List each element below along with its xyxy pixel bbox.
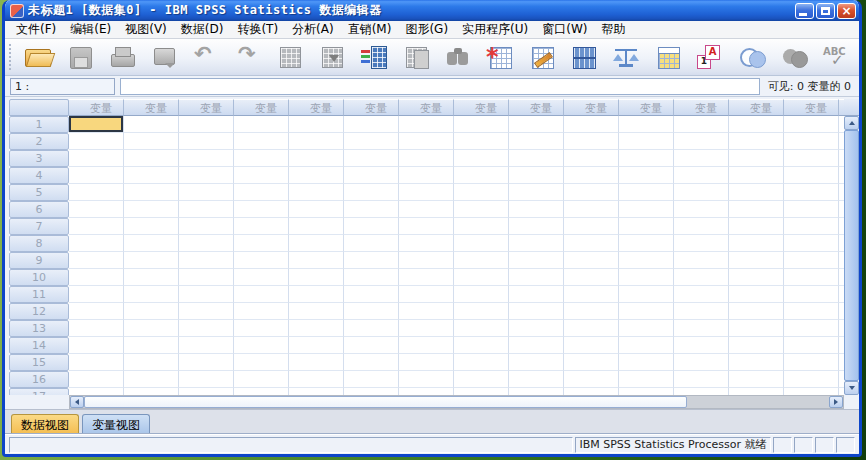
data-cell[interactable] [399,184,454,201]
data-cell[interactable] [509,337,564,354]
data-cell[interactable] [344,371,399,388]
data-cell[interactable] [619,269,674,286]
data-cell[interactable] [509,388,564,395]
column-header[interactable]: 变量 [234,99,289,116]
data-cell[interactable] [69,235,124,252]
data-cell[interactable] [674,388,729,395]
data-cell[interactable] [289,150,344,167]
horizontal-scroll-thumb[interactable] [84,396,687,408]
data-cell[interactable] [729,320,784,337]
data-cell[interactable] [234,269,289,286]
data-cell[interactable] [234,371,289,388]
data-cell[interactable] [179,286,234,303]
data-cell[interactable] [674,252,729,269]
data-cell[interactable] [179,150,234,167]
data-cell[interactable] [289,269,344,286]
data-cell[interactable] [509,286,564,303]
data-cell[interactable] [674,269,729,286]
data-cell[interactable] [234,218,289,235]
data-cell[interactable] [564,320,619,337]
data-cell[interactable] [509,150,564,167]
scroll-track[interactable] [687,396,829,408]
data-cell[interactable] [124,388,179,395]
data-cell[interactable] [69,252,124,269]
data-cell[interactable] [509,371,564,388]
data-cell[interactable] [509,116,564,133]
data-cell[interactable] [234,201,289,218]
data-cell[interactable] [619,184,674,201]
row-header[interactable]: 1 [9,116,69,133]
data-cell[interactable] [674,116,729,133]
data-cell[interactable] [234,167,289,184]
data-cell[interactable] [234,303,289,320]
data-cell[interactable] [234,286,289,303]
scroll-down-button[interactable] [844,381,859,395]
data-cell[interactable] [234,184,289,201]
data-cell[interactable] [619,320,674,337]
data-cell[interactable] [69,167,124,184]
data-cell[interactable] [289,286,344,303]
data-cell[interactable] [69,201,124,218]
toolbar-grip[interactable] [8,44,13,70]
data-cell[interactable] [234,320,289,337]
data-cell[interactable] [619,235,674,252]
column-header[interactable]: 变量 [564,99,619,116]
data-cell[interactable] [454,201,509,218]
data-cell[interactable] [564,286,619,303]
data-cell[interactable] [179,184,234,201]
data-cell[interactable] [344,388,399,395]
data-cell[interactable] [564,269,619,286]
data-cell[interactable] [454,337,509,354]
column-header[interactable]: 变量 [179,99,234,116]
data-cell[interactable] [399,388,454,395]
data-cell[interactable] [784,235,839,252]
data-cell[interactable] [784,252,839,269]
data-cell[interactable] [564,116,619,133]
data-cell[interactable] [729,133,784,150]
data-cell[interactable] [179,388,234,395]
data-cell[interactable] [454,116,509,133]
selected-data-cell[interactable] [69,116,124,133]
data-cell[interactable] [344,337,399,354]
data-cell[interactable] [399,235,454,252]
data-cell[interactable] [674,133,729,150]
data-cell[interactable] [289,218,344,235]
data-cell[interactable] [454,371,509,388]
data-cell[interactable] [289,388,344,395]
menu-item-4[interactable]: 转换(T) [230,20,285,39]
data-cell[interactable] [729,235,784,252]
data-cell[interactable] [784,320,839,337]
data-cell[interactable] [564,252,619,269]
column-header[interactable]: 变量 [729,99,784,116]
data-cell[interactable] [344,354,399,371]
data-cell[interactable] [124,354,179,371]
data-cell[interactable] [619,354,674,371]
data-cell[interactable] [124,218,179,235]
data-cell[interactable] [289,337,344,354]
data-cell[interactable] [784,388,839,395]
tab-variable-view[interactable]: 变量视图 [82,414,150,434]
data-cell[interactable] [124,167,179,184]
data-cell[interactable] [729,201,784,218]
data-cell[interactable] [289,184,344,201]
data-cell[interactable] [784,269,839,286]
menu-item-8[interactable]: 实用程序(U) [455,20,535,39]
data-cell[interactable] [454,269,509,286]
data-cell[interactable] [729,371,784,388]
menu-item-7[interactable]: 图形(G) [398,20,455,39]
data-cell[interactable] [729,150,784,167]
data-cell[interactable] [619,116,674,133]
menu-item-2[interactable]: 视图(V) [118,20,174,39]
data-cell[interactable] [729,269,784,286]
data-cell[interactable] [124,371,179,388]
data-cell[interactable] [509,269,564,286]
data-cell[interactable] [399,133,454,150]
data-cell[interactable] [289,235,344,252]
data-cell[interactable] [784,337,839,354]
data-cell[interactable] [454,354,509,371]
data-cell[interactable] [564,371,619,388]
scroll-left-button[interactable] [70,396,84,408]
data-cell[interactable] [619,167,674,184]
data-cell[interactable] [344,235,399,252]
data-cell[interactable] [344,116,399,133]
